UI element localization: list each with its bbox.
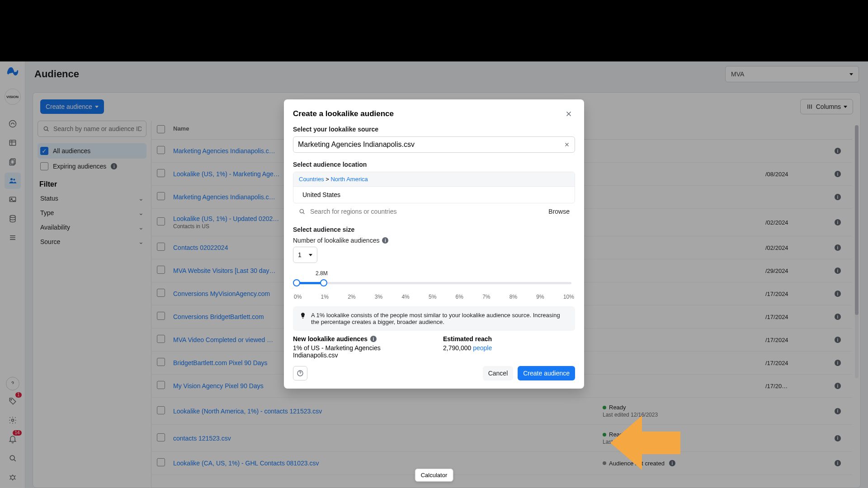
- num-label-text: Number of lookalike audiences: [293, 237, 379, 244]
- location-box: Countries > North America United States: [293, 172, 575, 203]
- crumb-north-america[interactable]: North America: [330, 176, 368, 183]
- tick: 5%: [429, 294, 436, 300]
- reach-tooltip: 2.8M: [316, 270, 328, 277]
- location-label: Select audience location: [293, 161, 575, 168]
- slider-handle-start[interactable]: [293, 279, 300, 286]
- tick: 7%: [482, 294, 490, 300]
- tick: 1%: [321, 294, 329, 300]
- dialog-title: Create a lookalike audience: [293, 109, 394, 118]
- close-icon: [565, 110, 573, 118]
- slider-ticks: 0% 1% 2% 3% 4% 5% 6% 7% 8% 9% 10%: [293, 294, 575, 300]
- tick: 4%: [401, 294, 409, 300]
- info-icon[interactable]: i: [370, 336, 377, 342]
- source-value: Marketing Agencies Indianapolis.csv: [298, 141, 415, 149]
- region-search-input[interactable]: [310, 208, 544, 215]
- heading-text: New lookalike audiences: [293, 335, 368, 343]
- num-audiences-label: Number of lookalike audiences i: [293, 237, 575, 244]
- tick: 6%: [456, 294, 463, 300]
- note-text: A 1% lookalike consists of the people mo…: [311, 312, 569, 325]
- dialog-header: Create a lookalike audience: [293, 108, 575, 120]
- new-audiences-heading: New lookalike audiences i: [293, 335, 425, 343]
- letterbox-top: [0, 0, 868, 61]
- close-icon: [564, 141, 570, 148]
- source-input[interactable]: Marketing Agencies Indianapolis.csv: [293, 136, 575, 153]
- summary-columns: New lookalike audiences i 1% of US - Mar…: [293, 335, 575, 359]
- calculator-tooltip: Calculator: [415, 469, 453, 482]
- tick: 3%: [375, 294, 382, 300]
- close-button[interactable]: [562, 108, 575, 120]
- reach-number: 2,790,000: [443, 344, 471, 352]
- reach-people-link[interactable]: people: [473, 344, 492, 352]
- help-icon: [297, 370, 304, 377]
- clear-source-button[interactable]: [564, 141, 570, 148]
- slider-track: [297, 282, 571, 284]
- new-audiences-value: 1% of US - Marketing Agencies Indianapol…: [293, 344, 425, 359]
- reach-heading: Estimated reach: [443, 335, 575, 343]
- location-breadcrumb: Countries > North America: [293, 172, 575, 187]
- source-label: Select your lookalike source: [293, 126, 575, 133]
- size-note: A 1% lookalike consists of the people mo…: [293, 306, 575, 331]
- tick: 8%: [509, 294, 517, 300]
- info-icon[interactable]: i: [382, 237, 388, 244]
- create-lookalike-dialog: Create a lookalike audience Select your …: [284, 99, 584, 389]
- size-label: Select audience size: [293, 226, 575, 233]
- selected-country[interactable]: United States: [293, 187, 575, 203]
- tick: 9%: [536, 294, 544, 300]
- help-button[interactable]: [293, 366, 307, 380]
- tick: 0%: [294, 294, 302, 300]
- search-icon: [298, 208, 306, 215]
- region-search: Browse: [293, 203, 575, 220]
- crumb-countries[interactable]: Countries: [299, 176, 324, 183]
- num-value: 1: [298, 251, 302, 258]
- lightbulb-icon: [299, 312, 307, 325]
- modal-overlay: Create a lookalike audience Select your …: [0, 61, 868, 488]
- create-audience-submit[interactable]: Create audience: [518, 366, 575, 380]
- cancel-button[interactable]: Cancel: [483, 366, 514, 380]
- browse-button[interactable]: Browse: [548, 208, 570, 215]
- slider-handle-end[interactable]: [320, 279, 327, 286]
- chevron-down-icon: [309, 254, 312, 256]
- create-label: Create audience: [523, 370, 570, 377]
- svg-point-14: [300, 209, 303, 213]
- num-audiences-select[interactable]: 1: [293, 247, 317, 263]
- cancel-label: Cancel: [488, 370, 508, 377]
- reach-value: 2,790,000 people: [443, 344, 575, 352]
- tick: 2%: [348, 294, 355, 300]
- dialog-footer: Cancel Create audience: [284, 366, 584, 389]
- tick: 10%: [563, 294, 574, 300]
- size-slider[interactable]: 2.8M: [293, 271, 575, 292]
